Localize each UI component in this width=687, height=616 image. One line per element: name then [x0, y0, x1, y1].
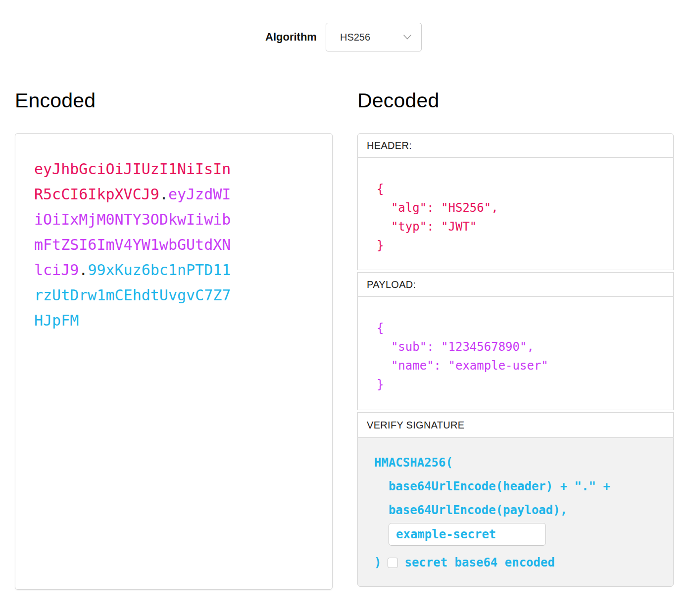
token-line: HJpFM — [34, 308, 318, 333]
signature-code-line-2: base64UrlEncode(header) + "." + — [374, 474, 663, 498]
payload-label-text: PAYLOAD: — [367, 279, 416, 290]
token-line: lciJ9.99xKuz6bc1nPTD11 — [34, 257, 318, 283]
algorithm-dropdown[interactable]: HS256 — [326, 23, 422, 51]
secret-input[interactable] — [389, 523, 546, 546]
chevron-down-icon — [403, 35, 411, 40]
encoded-token-input[interactable]: eyJhbGciOiJIUzI1NiIsInR5cCI6IkpXVCJ9.eyJ… — [15, 133, 333, 590]
signature-code-line-3: base64UrlEncode(payload), — [374, 498, 663, 522]
encoded-heading: Encoded — [15, 89, 333, 112]
token-line: iOiIxMjM0NTY3ODkwIiwib — [34, 207, 318, 232]
verify-signature-body: HMACSHA256( base64UrlEncode(header) + ".… — [357, 437, 674, 587]
token-line: mFtZSI6ImV4YW1wbGUtdXN — [34, 232, 318, 257]
decoded-payload-json[interactable]: { "sub": "1234567890", "name": "example-… — [357, 296, 674, 410]
encoded-token: eyJhbGciOiJIUzI1NiIsInR5cCI6IkpXVCJ9.eyJ… — [34, 156, 318, 333]
signature-close-row: ) secret base64 encoded — [374, 553, 663, 572]
encoded-column: Encoded eyJhbGciOiJIUzI1NiIsInR5cCI6IkpX… — [15, 89, 333, 590]
payload-section-label: PAYLOAD: — [357, 272, 674, 297]
decoded-heading: Decoded — [357, 89, 674, 112]
secret-base64-checkbox-label: secret base64 encoded — [404, 556, 554, 569]
token-line: rzUtDrw1mCEhdtUvgvC7Z7 — [34, 283, 318, 308]
token-line: R5cCI6IkpXVCJ9.eyJzdWI — [34, 182, 318, 207]
main-columns: Encoded eyJhbGciOiJIUzI1NiIsInR5cCI6IkpX… — [0, 89, 687, 590]
algorithm-selected-value: HS256 — [340, 32, 370, 43]
decoded-column: Decoded HEADER: { "alg": "HS256", "typ":… — [357, 89, 674, 590]
header-label-text: HEADER: — [367, 140, 412, 151]
algorithm-label: Algorithm — [265, 31, 317, 44]
algorithm-row: Algorithm HS256 — [0, 23, 687, 51]
header-section-label: HEADER: — [357, 133, 674, 158]
decoded-header-json[interactable]: { "alg": "HS256", "typ": "JWT" } — [357, 157, 674, 270]
signature-code-line-1: HMACSHA256( — [374, 451, 663, 474]
token-line: eyJhbGciOiJIUzI1NiIsIn — [34, 156, 318, 182]
secret-base64-checkbox[interactable] — [388, 558, 398, 568]
verify-signature-section-label: VERIFY SIGNATURE — [357, 412, 674, 438]
signature-close-paren: ) — [374, 553, 381, 572]
verify-signature-label-text: VERIFY SIGNATURE — [367, 420, 464, 431]
